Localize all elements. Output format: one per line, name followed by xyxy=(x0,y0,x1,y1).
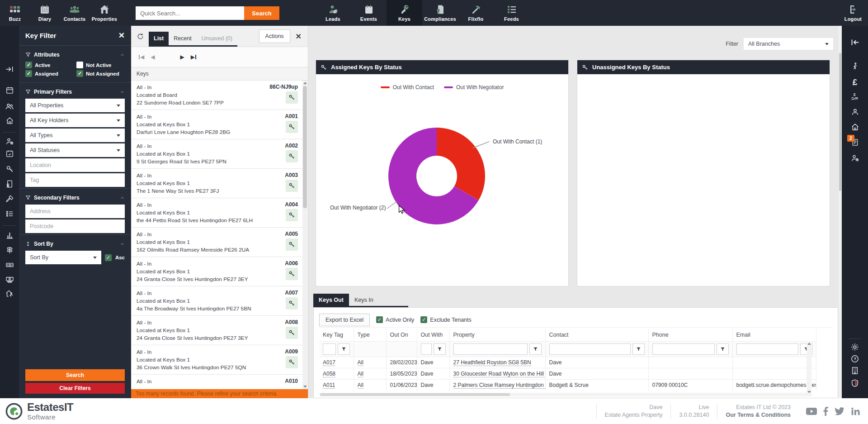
phone-filter-input[interactable] xyxy=(652,343,715,355)
property-link[interactable]: 2 Palmers Close Ramsey Huntingdon P... xyxy=(453,382,546,389)
privacy-shield-icon[interactable] xyxy=(842,379,868,388)
legend-out-with-contact[interactable]: Out With Contact xyxy=(381,84,434,91)
export-to-excel-button[interactable]: Export to Excel xyxy=(319,314,370,326)
keys-rail-icon[interactable] xyxy=(0,165,19,173)
type-link[interactable]: All xyxy=(358,359,363,366)
col-key-tag[interactable]: Key Tag xyxy=(319,329,354,342)
fixflo-rail-icon[interactable] xyxy=(0,195,19,203)
table-scrollbar[interactable] xyxy=(807,341,811,395)
property-filter-input[interactable] xyxy=(453,343,528,355)
close-icon[interactable]: ✕ xyxy=(295,32,302,41)
accounts-icon[interactable] xyxy=(0,275,19,284)
all-types-dropdown[interactable]: All Types xyxy=(25,129,125,142)
funnel-icon[interactable] xyxy=(529,343,542,355)
location-input[interactable] xyxy=(25,158,125,172)
settings-gear-icon[interactable] xyxy=(842,343,868,352)
reports-chart-icon[interactable] xyxy=(0,231,19,239)
out-with-filter-input[interactable] xyxy=(421,343,432,355)
scrollbar-thumb[interactable] xyxy=(303,86,307,208)
key-list-item[interactable]: All - InLocated at Keys Box 19 St George… xyxy=(131,139,302,169)
funnel-icon[interactable] xyxy=(632,343,645,355)
table-horizontal-scrollbar[interactable] xyxy=(319,393,812,396)
attributes-section-header[interactable]: Attributes xyxy=(19,46,131,62)
nav-properties[interactable]: Properties xyxy=(90,0,119,26)
sort-by-dropdown[interactable]: Sort By xyxy=(25,251,101,264)
notes-icon[interactable] xyxy=(842,138,868,147)
twitter-icon[interactable] xyxy=(835,407,844,415)
logout-button[interactable]: Logout xyxy=(838,0,868,26)
email-filter-input[interactable] xyxy=(736,343,799,355)
address-input[interactable] xyxy=(25,205,125,218)
moving-out-icon[interactable] xyxy=(0,289,19,298)
contact-icon[interactable] xyxy=(842,108,868,116)
col-out-with[interactable]: Out With xyxy=(417,329,449,342)
home-rail-icon[interactable] xyxy=(0,116,19,125)
nav-diary[interactable]: Diary xyxy=(30,0,60,26)
youtube-icon[interactable] xyxy=(806,407,817,415)
contact-filter-input[interactable] xyxy=(549,343,631,355)
leads-rail-icon[interactable] xyxy=(0,137,19,146)
sort-by-section-header[interactable]: Sort By xyxy=(19,234,131,251)
all-key-holders-dropdown[interactable]: All Key Holders xyxy=(25,114,125,127)
key-tag-link[interactable]: A011 xyxy=(323,382,335,389)
nav-contacts[interactable]: Contacts xyxy=(60,0,90,26)
scrollbar-thumb[interactable] xyxy=(320,393,510,396)
close-icon[interactable]: ✕ xyxy=(118,31,125,40)
nav-buzz[interactable]: Buzz xyxy=(0,0,30,26)
key-list-item[interactable]: All - InLocated at Keys Box 124 Granta C… xyxy=(131,316,302,345)
funnel-icon[interactable] xyxy=(338,343,350,355)
donut-chart[interactable] xyxy=(369,108,505,244)
legend-out-with-negotiator[interactable]: Out With Negotiator xyxy=(444,84,504,91)
tab-recent[interactable]: Recent xyxy=(169,32,197,45)
key-list-item[interactable]: All - InLocated at Keys Box 1The 1 Nene … xyxy=(131,169,302,198)
col-out-on[interactable]: Out On xyxy=(386,329,417,342)
first-page-button[interactable]: ◀ xyxy=(138,54,144,60)
col-email[interactable]: Email xyxy=(732,329,816,342)
nav-compliances[interactable]: Compliances xyxy=(422,0,458,26)
tab-keys-in[interactable]: Keys In xyxy=(349,294,379,306)
tab-unsaved[interactable]: Unsaved (0) xyxy=(197,32,237,45)
events-rail-icon[interactable] xyxy=(0,149,19,158)
col-type[interactable]: Type xyxy=(354,329,386,342)
actions-button[interactable]: Actions xyxy=(259,29,290,43)
active-only-checkbox[interactable]: ✓Active Only xyxy=(376,316,414,323)
checkbox-not-active[interactable]: Not Active xyxy=(76,62,125,68)
col-phone[interactable]: Phone xyxy=(648,329,732,342)
quick-search-button[interactable]: Search xyxy=(244,6,279,20)
walk-in-icon[interactable] xyxy=(842,62,868,71)
table-row[interactable]: A017 All 28/02/2023 Dave 27 Heathfield R… xyxy=(319,357,816,368)
nav-flixflo[interactable]: Flixflo xyxy=(458,0,494,26)
property-icon[interactable] xyxy=(842,123,868,131)
type-link[interactable]: All xyxy=(358,382,363,389)
checkbox-assigned[interactable]: ✓Assigned xyxy=(25,70,74,77)
collapse-panel-icon[interactable] xyxy=(0,65,19,74)
nav-keys[interactable]: Keys xyxy=(387,0,422,26)
type-link[interactable]: All xyxy=(358,371,363,377)
tab-list[interactable]: List xyxy=(149,32,169,45)
key-tag-link[interactable]: A017 xyxy=(323,359,335,366)
payments-icon[interactable] xyxy=(0,261,19,269)
checkbox-active[interactable]: ✓Active xyxy=(25,62,74,68)
branch-filter-dropdown[interactable]: All Branches xyxy=(744,38,833,50)
exclude-tenants-checkbox[interactable]: ✓Exclude Tenants xyxy=(420,316,472,323)
previous-page-button[interactable]: ◀ xyxy=(151,54,155,60)
col-contact[interactable]: Contact xyxy=(545,329,648,342)
feeds-rail-icon[interactable] xyxy=(0,210,19,218)
key-list-item[interactable]: All - InLocated at Keys Box 1the 44 Pett… xyxy=(131,198,302,228)
postcode-input[interactable] xyxy=(25,219,125,233)
refresh-icon[interactable] xyxy=(137,33,144,40)
hand-money-icon[interactable]: £ xyxy=(842,92,868,101)
nav-feeds[interactable]: Feeds xyxy=(494,0,529,26)
main-scrollbar[interactable] xyxy=(839,26,842,398)
key-tag-link[interactable]: A058 xyxy=(323,371,335,377)
key-tag-filter-input[interactable] xyxy=(323,343,336,355)
nav-events[interactable]: Events xyxy=(351,0,387,26)
asc-checkbox[interactable]: ✓ xyxy=(105,254,112,261)
checkbox-not-assigned[interactable]: ✓Not Assigned xyxy=(76,70,125,77)
scrollbar-thumb[interactable] xyxy=(839,53,841,191)
filter-search-button[interactable]: Search xyxy=(25,369,125,381)
all-properties-dropdown[interactable]: All Properties xyxy=(25,99,125,112)
collapse-right-panel-icon[interactable] xyxy=(842,38,868,47)
keys-list-scrollbar[interactable] xyxy=(302,81,307,389)
property-link[interactable]: 30 Gloucester Road Wyton on the Hill P..… xyxy=(453,371,546,377)
